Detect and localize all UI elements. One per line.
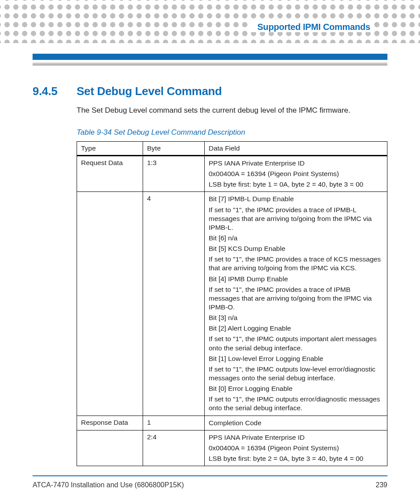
table-row: Request Data1:3PPS IANA Private Enterpri…: [77, 156, 387, 192]
cell-data-field: PPS IANA Private Enterprise ID0x00400A =…: [205, 156, 387, 192]
data-field-line: If set to "1", the IPMC provides a trace…: [209, 206, 383, 232]
data-field-line: PPS IANA Private Enterprise ID: [209, 159, 383, 168]
section-heading: 9.4.5 Set Debug Level Command: [33, 85, 387, 98]
page-content: 9.4.5 Set Debug Level Command The Set De…: [33, 85, 387, 466]
data-field-line: LSB byte first: byte 1 = 0A, byte 2 = 40…: [209, 180, 383, 189]
data-field-line: Bit [3] n/a: [209, 313, 383, 322]
col-header-byte: Byte: [143, 142, 205, 156]
cell-data-field: PPS IANA Private Enterprise ID0x00400A =…: [205, 430, 387, 466]
header-blue-bar: [33, 54, 387, 60]
table-row: Response Data1Completion Code: [77, 416, 387, 430]
running-header-title: Supported IPMI Commands: [251, 22, 374, 32]
data-field-line: 0x00400A = 16394 (Pigeon Point Systems): [209, 169, 383, 178]
data-field-line: If set to "1", the IPMC outputs error/di…: [209, 395, 383, 412]
cell-byte: 1: [143, 416, 205, 430]
data-field-line: If set to "1", the IPMC outputs importan…: [209, 335, 383, 352]
table-row: 2:4PPS IANA Private Enterprise ID0x00400…: [77, 430, 387, 466]
data-field-line: If set to "1", the IPMC outputs low-leve…: [209, 365, 383, 383]
data-field-line: If set to "1", the IPMC provides a trace…: [209, 285, 383, 312]
data-field-line: Bit [4] IPMB Dump Enable: [209, 275, 383, 283]
cell-type: [77, 430, 143, 466]
header-dot-pattern: [0, 0, 420, 43]
cell-byte: 2:4: [143, 430, 205, 466]
data-field-line: Bit [6] n/a: [209, 234, 383, 243]
data-field-line: 0x00400A = 16394 (Pigeon Point Systems): [209, 444, 383, 452]
col-header-data-field: Data Field: [205, 142, 387, 156]
cell-data-field: Completion Code: [205, 416, 387, 430]
data-field-line: Bit [5] KCS Dump Enable: [209, 244, 383, 253]
data-field-line: Bit [2] Alert Logging Enable: [209, 324, 383, 333]
section-title: Set Debug Level Command: [77, 85, 222, 98]
cell-byte: 1:3: [143, 156, 205, 192]
data-field-line: Bit [1] Low-level Error Logging Enable: [209, 354, 383, 363]
cell-type: [77, 192, 143, 416]
data-field-line: LSB byte first: byte 2 = 0A, byte 3 = 40…: [209, 454, 383, 463]
data-field-line: Bit [0] Error Logging Enable: [209, 384, 383, 393]
cell-byte: 4: [143, 192, 205, 416]
command-description-table: Type Byte Data Field Request Data1:3PPS …: [77, 141, 387, 466]
table-header-row: Type Byte Data Field: [77, 142, 387, 156]
page-footer: ATCA-7470 Installation and Use (6806800P…: [33, 481, 387, 489]
data-field-line: Bit [7] IPMB-L Dump Enable: [209, 195, 383, 203]
footer-doc-title: ATCA-7470 Installation and Use (6806800P…: [33, 481, 184, 489]
footer-rule: [33, 475, 387, 476]
cell-data-field: Bit [7] IPMB-L Dump EnableIf set to "1",…: [205, 192, 387, 416]
table-caption: Table 9-34 Set Debug Level Command Descr…: [77, 128, 387, 137]
footer-page-number: 239: [376, 481, 387, 489]
cell-type: Response Data: [77, 416, 143, 430]
data-field-line: Completion Code: [209, 419, 383, 427]
col-header-type: Type: [77, 142, 143, 156]
data-field-line: If set to "1", the IPMC provides a trace…: [209, 255, 383, 272]
section-intro-paragraph: The Set Debug Level command sets the cur…: [77, 106, 387, 115]
table-row: 4Bit [7] IPMB-L Dump EnableIf set to "1"…: [77, 192, 387, 416]
header-grey-bar: [33, 63, 387, 66]
cell-type: Request Data: [77, 156, 143, 192]
data-field-line: PPS IANA Private Enterprise ID: [209, 433, 383, 442]
section-number: 9.4.5: [33, 85, 77, 98]
